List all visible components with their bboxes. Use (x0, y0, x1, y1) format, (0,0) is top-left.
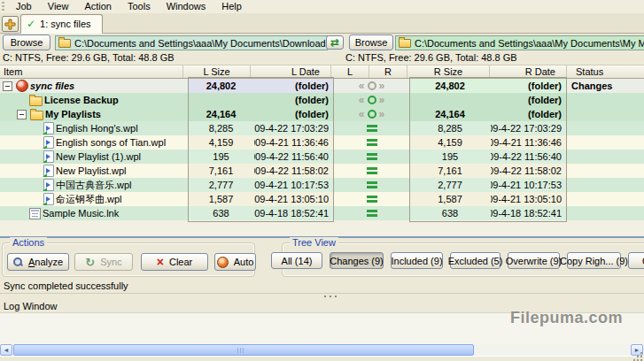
direction-cell (334, 192, 409, 206)
circle-icon (368, 96, 376, 104)
l-date-cell: 2009-4-22 11:58:02 (254, 164, 334, 178)
menu-item-view[interactable]: View (40, 0, 77, 13)
swap-arrows-icon: ⇄ (330, 37, 339, 48)
equal-icon (367, 153, 377, 160)
table-row[interactable]: Sample Music.lnk6382009-4-18 18:52:41638… (0, 206, 644, 220)
menu-bar-items: JobViewActionToolsWindowsHelp (8, 0, 250, 13)
expander-icon[interactable] (3, 81, 12, 91)
column-header-r-date[interactable]: R Date (490, 65, 567, 78)
tree-filter-othe[interactable]: Othe (628, 252, 644, 269)
table-row[interactable]: License Backup(folder)«»(folder) (0, 93, 644, 107)
watermark: Filepuma.com (510, 309, 623, 327)
item-name: English Hong's.wpl (54, 121, 138, 135)
auto-button[interactable]: Auto (214, 253, 256, 271)
left-path-field[interactable]: C:\Documents and Settings\aaa\My Documen… (55, 35, 328, 50)
menu-item-help[interactable]: Help (213, 0, 250, 13)
menu-item-action[interactable]: Action (76, 0, 120, 13)
r-date-cell: (folder) (491, 93, 567, 107)
analyze-button[interactable]: Analyze (7, 253, 69, 271)
folder-icon (29, 96, 43, 106)
resize-grip[interactable] (632, 353, 642, 361)
column-header-l-date[interactable]: L Date (251, 65, 331, 78)
scroll-left-button[interactable]: ◄ (0, 344, 12, 356)
tree-view-buttons: All (14)Changes (9)Included (9)Excluded … (271, 252, 644, 269)
tab-bar: ✓ 1: sync files (0, 13, 644, 34)
tab-sync-files[interactable]: ✓ 1: sync files (20, 14, 103, 34)
clear-button[interactable]: ×Clear (141, 253, 208, 271)
toolbar-grip[interactable] (2, 2, 4, 12)
l-size-cell: 24,164 (188, 107, 254, 121)
column-header-lr[interactable]: LR (331, 65, 407, 78)
table-header: Item L Size L Date LR R Size R Date Stat… (0, 65, 644, 79)
chevron-right-icon: » (379, 95, 385, 105)
tree-filter-copy-righ-9[interactable]: Copy Righ... (9) (567, 252, 621, 269)
sync-arrows-icon: ↻ (85, 257, 95, 268)
table-row[interactable]: My Playlists24,164(folder)«»24,164(folde… (0, 107, 644, 121)
menu-item-job[interactable]: Job (8, 0, 40, 13)
column-header-r[interactable]: R (369, 65, 407, 78)
column-header-l-size[interactable]: L Size (183, 65, 251, 78)
direction-cell (334, 164, 409, 178)
menu-item-tools[interactable]: Tools (120, 0, 159, 13)
item-name: New Playlist.wpl (54, 164, 126, 178)
tree-filter-changes-9[interactable]: Changes (9) (330, 252, 384, 269)
l-date-cell: 2009-4-22 11:56:40 (254, 150, 334, 164)
l-size-cell: 2,777 (188, 178, 254, 192)
playlist-icon (43, 193, 54, 205)
left-drive-info: C: NTFS, Free: 29.6 GB, Total: 48.8 GB (3, 52, 175, 63)
r-size-cell: 638 (409, 206, 491, 220)
table-row[interactable]: English songs of Tian.wpl4,1592009-4-21 … (0, 135, 644, 150)
tree-filter-all-14[interactable]: All (14) (271, 252, 322, 269)
equal-icon (367, 139, 377, 146)
tree-view-panel-title: Tree View (290, 237, 338, 248)
sync-direction-icon: «» (359, 81, 384, 91)
right-path-field[interactable]: C:\Documents and Settings\aaa\My Documen… (395, 35, 644, 50)
equal-icon (367, 210, 377, 217)
status-cell: Changes (567, 79, 644, 93)
swap-directions-button[interactable]: ⇄ (326, 35, 344, 50)
tree-filter-excluded-5[interactable]: Excluded (5) (450, 252, 500, 269)
table-row[interactable]: New Playlist.wpl7,1612009-4-22 11:58:027… (0, 164, 644, 178)
browse-left-button[interactable]: Browse (3, 35, 50, 50)
equal-icon (367, 125, 377, 132)
menu-item-windows[interactable]: Windows (159, 0, 214, 13)
status-message: Sync completed successfully (4, 280, 128, 291)
l-date-cell: 2009-4-21 13:05:10 (254, 192, 334, 206)
scroll-right-icon: ► (634, 347, 640, 353)
r-date-cell: (folder) (491, 79, 567, 93)
browse-right-button[interactable]: Browse (349, 35, 393, 50)
status-cell (567, 192, 644, 206)
chevron-left-icon: « (359, 95, 365, 105)
playlist-icon (43, 122, 54, 134)
item-name: 中国古典音乐.wpl (54, 178, 132, 192)
tree-filter-overwrite-9[interactable]: Overwrite (9) (508, 252, 560, 269)
l-size-cell: 638 (188, 206, 254, 220)
column-header-item[interactable]: Item (0, 65, 183, 78)
column-header-l[interactable]: L (331, 65, 369, 78)
horizontal-splitter[interactable] (0, 293, 644, 300)
scroll-thumb[interactable] (13, 344, 474, 356)
r-size-cell: 7,161 (409, 164, 491, 178)
table-row[interactable]: sync files24,802(folder)«»24,802(folder)… (0, 79, 644, 93)
playlist-icon (43, 165, 54, 177)
column-header-status[interactable]: Status (567, 65, 644, 78)
horizontal-scrollbar[interactable]: ◄ ► (0, 344, 644, 356)
sync-direction-icon: «» (359, 95, 384, 105)
expander-icon[interactable] (17, 110, 27, 119)
chevron-left-icon: « (359, 109, 365, 119)
l-date-cell: 2009-4-21 11:36:46 (254, 135, 334, 150)
l-size-cell: 7,161 (188, 164, 254, 178)
check-icon: ✓ (27, 19, 35, 29)
column-header-r-size[interactable]: R Size (407, 65, 490, 78)
table-row[interactable]: English Hong's.wpl8,2852009-4-22 17:03:2… (0, 121, 644, 135)
table-row[interactable]: 中国古典音乐.wpl2,7772009-4-21 10:17:532,77720… (0, 178, 644, 192)
table-row[interactable]: 命运钢琴曲.wpl1,5872009-4-21 13:05:101,587200… (0, 192, 644, 206)
auto-icon (217, 257, 229, 268)
table-row[interactable]: New Playlist (1).wpl1952009-4-22 11:56:4… (0, 150, 644, 164)
tree-filter-included-9[interactable]: Included (9) (391, 252, 443, 269)
item-name: 命运钢琴曲.wpl (54, 192, 122, 206)
folder-icon (30, 111, 43, 120)
add-job-button[interactable] (2, 16, 19, 32)
r-size-cell: 1,587 (409, 192, 491, 206)
log-window-title: Log Window (4, 301, 58, 311)
